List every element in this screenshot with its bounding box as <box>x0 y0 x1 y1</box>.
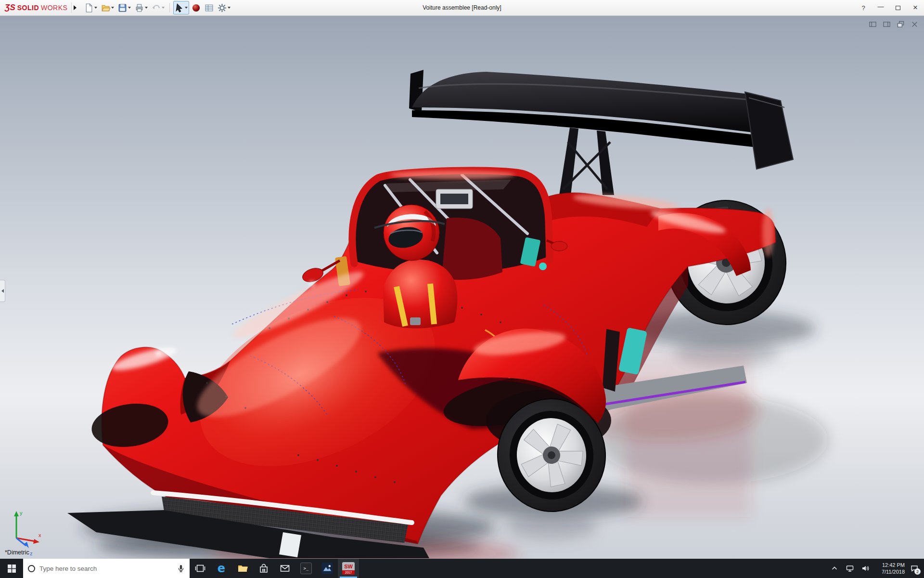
window-title: Voiture assemblee [Read-only] <box>423 4 501 11</box>
new-document-icon <box>84 3 93 13</box>
action-center-button[interactable]: 2 <box>908 559 921 578</box>
store-icon <box>258 563 269 574</box>
command-prompt-icon: >_ <box>300 563 312 574</box>
minimize-icon: — <box>878 3 884 10</box>
viewport-window-controls <box>869 21 918 28</box>
triad-y-label: y <box>20 510 23 516</box>
file-explorer-icon <box>237 563 248 574</box>
system-tray: 12:42 PM 7/11/2018 2 <box>828 559 924 578</box>
select-cursor-icon <box>175 3 184 13</box>
model-scene[interactable]: y x z <box>0 16 924 559</box>
undo-icon <box>152 3 161 13</box>
windows-logo-icon <box>8 565 16 573</box>
minimize-button[interactable]: — <box>872 0 889 16</box>
search-placeholder: Type here to search <box>39 565 173 572</box>
ds-logo-icon: ƷS <box>5 3 15 13</box>
network-button[interactable] <box>843 559 857 578</box>
save-disk-icon <box>118 3 127 13</box>
options-button[interactable] <box>216 1 232 14</box>
close-button[interactable]: × <box>907 0 924 16</box>
tray-chevron-button[interactable] <box>828 559 841 578</box>
title-bar: ƷS SOLIDWORKS <box>0 0 924 16</box>
store-button[interactable] <box>253 559 274 578</box>
close-window-icon[interactable] <box>911 21 918 28</box>
restore-window-icon[interactable] <box>897 21 904 28</box>
maximize-icon <box>896 6 900 10</box>
edge-icon: e <box>218 563 225 574</box>
design-table-button[interactable] <box>203 1 215 14</box>
task-view-icon <box>195 563 205 574</box>
screen: ƷS SOLIDWORKS <box>0 0 924 578</box>
solidworks-app-button[interactable]: SW 2017 <box>338 559 359 578</box>
cortana-icon <box>28 565 35 572</box>
open-document-button[interactable] <box>100 1 116 14</box>
new-document-button[interactable] <box>83 1 99 14</box>
taskbar-search-input[interactable]: Type here to search <box>23 559 190 578</box>
right-mirror[interactable] <box>551 241 567 251</box>
volume-icon <box>861 565 869 572</box>
file-explorer-button[interactable] <box>232 559 253 578</box>
task-view-button[interactable] <box>190 559 211 578</box>
help-button[interactable]: ? <box>855 0 872 16</box>
print-icon <box>135 3 144 13</box>
menu-flyout-arrow[interactable] <box>71 2 78 13</box>
design-table-icon <box>205 3 214 13</box>
notification-badge: 2 <box>914 568 921 575</box>
appearance-button[interactable] <box>190 1 202 14</box>
edge-button[interactable]: e <box>211 559 232 578</box>
wing-struts[interactable] <box>559 128 614 195</box>
taskbar: Type here to search e <box>0 559 924 578</box>
media-app-button[interactable] <box>317 559 338 578</box>
network-icon <box>846 565 854 572</box>
brand-solid: SOLID <box>17 4 39 12</box>
3d-viewport[interactable]: y x z *Dimetric <box>0 16 924 559</box>
clock-date: 7/11/2018 <box>874 568 905 575</box>
maximize-button[interactable] <box>889 0 907 16</box>
save-button[interactable] <box>116 1 132 14</box>
solidworks-app-icon: SW 2017 <box>342 562 355 575</box>
triad-x-label: x <box>38 532 41 538</box>
media-app-icon <box>321 563 333 574</box>
options-gear-icon <box>218 3 227 13</box>
select-arrow-button[interactable] <box>173 1 189 14</box>
volume-button[interactable] <box>859 559 872 578</box>
mail-icon <box>280 563 290 574</box>
undo-button[interactable] <box>150 1 166 14</box>
clock-time: 12:42 PM <box>874 562 905 568</box>
print-button[interactable] <box>133 1 149 14</box>
mail-button[interactable] <box>274 559 295 578</box>
solidworks-logo: ƷS SOLIDWORKS <box>0 3 71 13</box>
appearance-sphere-icon <box>192 3 201 13</box>
dri8er-helmet <box>384 205 439 261</box>
taskbar-clock[interactable]: 12:42 PM 7/11/2018 <box>874 562 906 576</box>
open-folder-icon <box>101 3 110 13</box>
pane-right-icon[interactable] <box>883 21 890 28</box>
view-orientation-label: *Dimetric <box>5 549 29 556</box>
pane-left-icon[interactable] <box>869 21 876 28</box>
brand-works: WORKS <box>41 4 67 12</box>
triad-z-label: z <box>30 551 33 556</box>
microphone-icon[interactable] <box>177 565 185 572</box>
command-prompt-button[interactable]: >_ <box>295 559 317 578</box>
chevron-up-icon <box>831 565 838 572</box>
start-button[interactable] <box>0 559 23 578</box>
